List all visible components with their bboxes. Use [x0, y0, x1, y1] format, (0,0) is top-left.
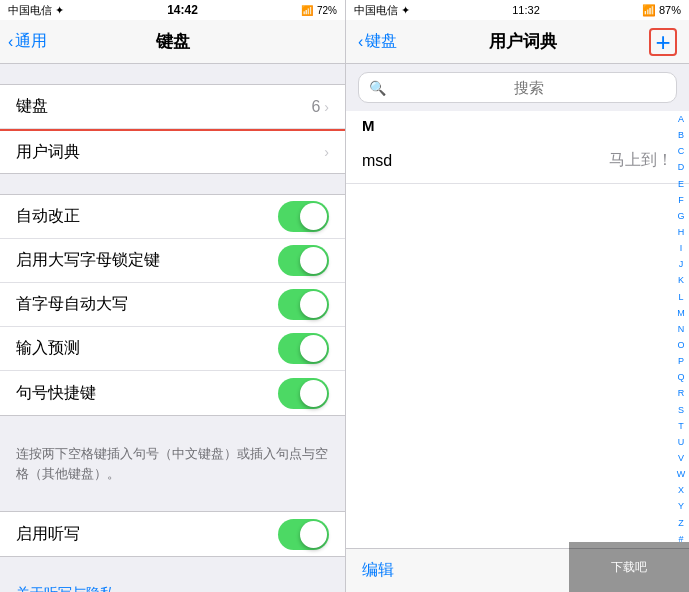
alpha-m[interactable]: M: [677, 309, 685, 318]
search-bar[interactable]: 🔍: [358, 72, 677, 103]
left-status-bar: 中国电信 ✦ 14:42 📶 72%: [0, 0, 345, 20]
user-dict-item[interactable]: 用户词典 ›: [0, 129, 345, 173]
alpha-j[interactable]: J: [679, 260, 684, 269]
left-battery-icons: 📶 72%: [301, 5, 337, 16]
left-back-label[interactable]: 通用: [15, 31, 47, 52]
alpha-f[interactable]: F: [678, 196, 684, 205]
right-wifi-icon: 📶: [642, 4, 656, 16]
autocap-toggle[interactable]: [278, 289, 329, 320]
dict-shortcut: msd: [362, 152, 392, 170]
capslock-label: 启用大写字母锁定键: [16, 250, 160, 271]
toggle-autocap[interactable]: 首字母自动大写: [0, 283, 345, 327]
dict-phrase: 马上到！: [609, 150, 673, 171]
keyboards-section: 键盘 6 › 用户词典 ›: [0, 84, 345, 174]
right-carrier: 中国电信 ✦: [354, 3, 410, 18]
dictation-privacy-link[interactable]: 关于听写与隐私...: [0, 577, 345, 592]
right-nav-bar: ‹ 键盘 用户词典 +: [346, 20, 689, 64]
alpha-o[interactable]: O: [677, 341, 684, 350]
toggle-capslock[interactable]: 启用大写字母锁定键: [0, 239, 345, 283]
alpha-x[interactable]: X: [678, 486, 684, 495]
keyboards-value: 6 ›: [311, 98, 329, 116]
user-dict-chevron: ›: [324, 144, 329, 160]
left-chevron-icon: ‹: [8, 33, 13, 51]
watermark: 下载吧: [569, 542, 689, 592]
dictation-toggle[interactable]: [278, 519, 329, 550]
right-nav-title: 用户词典: [489, 30, 557, 53]
toggles-section: 自动改正 启用大写字母锁定键 首字母自动大写 输入预测 句号快捷键: [0, 194, 345, 416]
wifi-icon: 📶: [301, 5, 313, 16]
watermark-text: 下载吧: [611, 559, 647, 576]
toggle-autocorrect[interactable]: 自动改正: [0, 195, 345, 239]
left-time: 14:42: [167, 3, 198, 17]
left-panel: 中国电信 ✦ 14:42 📶 72% ‹ 通用 键盘 键盘 6: [0, 0, 345, 592]
alpha-k[interactable]: K: [678, 276, 684, 285]
toggle-dictation[interactable]: 启用听写: [0, 512, 345, 556]
period-toggle[interactable]: [278, 378, 329, 409]
left-nav-bar: ‹ 通用 键盘: [0, 20, 345, 64]
alpha-d[interactable]: D: [678, 163, 685, 172]
predict-toggle[interactable]: [278, 333, 329, 364]
right-status-bar: 中国电信 ✦ 11:32 📶 87%: [346, 0, 689, 20]
autocap-label: 首字母自动大写: [16, 294, 128, 315]
dict-list: M msd 马上到！ A B C D E F G H I J K L M N: [346, 111, 689, 548]
capslock-toggle[interactable]: [278, 245, 329, 276]
alpha-e[interactable]: E: [678, 180, 684, 189]
right-time: 11:32: [512, 4, 540, 16]
right-back-button[interactable]: ‹ 键盘: [358, 31, 397, 52]
alpha-a[interactable]: A: [678, 115, 684, 124]
predict-label: 输入预测: [16, 338, 80, 359]
alpha-l[interactable]: L: [678, 293, 683, 302]
alpha-p[interactable]: P: [678, 357, 684, 366]
alpha-r[interactable]: R: [678, 389, 685, 398]
dictation-label: 启用听写: [16, 524, 80, 545]
keyboards-item[interactable]: 键盘 6 ›: [0, 85, 345, 129]
period-note: 连按两下空格键插入句号（中文键盘）或插入句点与空格（其他键盘）。: [0, 436, 345, 491]
search-input[interactable]: [392, 79, 666, 96]
battery-text: 72%: [317, 5, 337, 16]
alpha-c[interactable]: C: [678, 147, 685, 156]
right-chevron-icon: ‹: [358, 33, 363, 51]
right-battery-icons: 📶 87%: [642, 4, 681, 17]
alphabet-index[interactable]: A B C D E F G H I J K L M N O P Q R S T: [673, 111, 689, 548]
alpha-z[interactable]: Z: [678, 519, 684, 528]
period-label: 句号快捷键: [16, 383, 96, 404]
alpha-v[interactable]: V: [678, 454, 684, 463]
add-word-button[interactable]: +: [649, 28, 677, 56]
alpha-h[interactable]: H: [678, 228, 685, 237]
edit-button[interactable]: 编辑: [362, 560, 394, 581]
alpha-w[interactable]: W: [677, 470, 686, 479]
autocorrect-label: 自动改正: [16, 206, 80, 227]
toggle-period[interactable]: 句号快捷键: [0, 371, 345, 415]
left-content: 键盘 6 › 用户词典 › 自动改正: [0, 64, 345, 592]
right-back-label[interactable]: 键盘: [365, 31, 397, 52]
alpha-u[interactable]: U: [678, 438, 685, 447]
keyboards-chevron: ›: [324, 99, 329, 115]
alpha-n[interactable]: N: [678, 325, 685, 334]
search-bar-wrapper: 🔍: [346, 64, 689, 111]
right-battery-text: 87%: [659, 4, 681, 16]
alpha-s[interactable]: S: [678, 406, 684, 415]
user-dict-value: ›: [324, 144, 329, 160]
alpha-i[interactable]: I: [680, 244, 683, 253]
left-back-button[interactable]: ‹ 通用: [8, 31, 47, 52]
alpha-b[interactable]: B: [678, 131, 684, 140]
alpha-y[interactable]: Y: [678, 502, 684, 511]
user-dict-label: 用户词典: [16, 142, 80, 163]
dictation-section: 启用听写: [0, 511, 345, 557]
alpha-q[interactable]: Q: [677, 373, 684, 382]
alpha-g[interactable]: G: [677, 212, 684, 221]
right-panel: 中国电信 ✦ 11:32 📶 87% ‹ 键盘 用户词典 + 🔍 M: [345, 0, 689, 592]
alpha-t[interactable]: T: [678, 422, 684, 431]
keyboards-label: 键盘: [16, 96, 48, 117]
left-nav-title: 键盘: [156, 30, 190, 53]
dict-item-msd[interactable]: msd 马上到！: [346, 138, 689, 184]
autocorrect-toggle[interactable]: [278, 201, 329, 232]
left-carrier: 中国电信 ✦: [8, 3, 64, 18]
search-icon: 🔍: [369, 80, 386, 96]
dict-section-m: M: [346, 111, 689, 138]
toggle-predict[interactable]: 输入预测: [0, 327, 345, 371]
